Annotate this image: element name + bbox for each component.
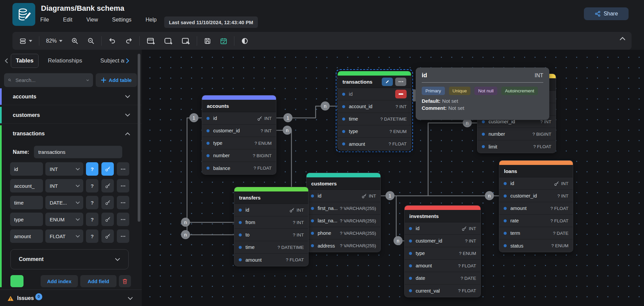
delete-table-button[interactable] [119, 275, 131, 287]
zoom-in-button[interactable] [69, 36, 81, 46]
issues-collapse-button[interactable] [128, 297, 133, 300]
table-field-row[interactable]: type? ENUM [202, 137, 276, 149]
delete-field-button[interactable] [395, 90, 407, 98]
table-field-row[interactable]: address? VARCHAR(255) [307, 239, 380, 252]
canvas-table-loans[interactable]: loans idINT customer_id? INT amount? FLO… [499, 161, 573, 252]
search-input[interactable] [15, 77, 83, 83]
add-index-button[interactable]: Add index [41, 275, 78, 287]
toolbar-collapse-button[interactable] [619, 37, 626, 41]
add-table-button[interactable]: Add table [96, 73, 137, 87]
table-field-row[interactable]: amount? FLOAT [405, 260, 480, 272]
table-field-row[interactable]: from? INT [234, 216, 308, 229]
primary-key-toggle[interactable] [101, 162, 114, 176]
zoom-level-dropdown[interactable]: 82% [44, 37, 64, 45]
table-name-input[interactable] [34, 146, 122, 158]
field-name-input[interactable] [10, 229, 43, 243]
nullable-toggle[interactable]: ? [86, 196, 98, 209]
field-type-select[interactable]: INT [45, 179, 83, 192]
table-field-row[interactable]: idINT [234, 204, 308, 216]
table-field-row[interactable]: time? DATETIME [338, 113, 411, 125]
sidebar-scrollbar[interactable] [138, 54, 140, 222]
tabs-scroll-right-button[interactable] [125, 58, 130, 63]
tab-relationships[interactable]: Relationships [43, 54, 87, 68]
table-field-row[interactable]: time? DATETIME [234, 241, 308, 254]
table-field-row[interactable]: type? ENUM [338, 125, 411, 138]
sidebar-item-transactions[interactable]: transactions [0, 125, 142, 142]
table-field-row[interactable]: number? BIGINT [202, 149, 276, 162]
menu-file[interactable]: File [40, 17, 49, 23]
primary-key-toggle[interactable] [101, 196, 114, 209]
menu-settings[interactable]: Settings [112, 17, 132, 23]
table-field-row[interactable]: to? INT [234, 229, 308, 241]
field-name-input[interactable] [10, 213, 43, 226]
field-more-button[interactable] [117, 196, 129, 209]
sidebar-item-customers[interactable]: customers [0, 107, 142, 124]
table-field-row[interactable]: amount? FLOAT [338, 138, 411, 150]
zoom-out-button[interactable] [85, 36, 97, 46]
table-field-row[interactable]: balance? FLOAT [202, 162, 276, 174]
table-field-row[interactable]: idINT [405, 222, 480, 235]
primary-key-toggle[interactable] [101, 179, 114, 192]
field-type-select[interactable]: ENUM [45, 213, 83, 226]
tabs-scroll-left-button[interactable] [4, 58, 9, 63]
autosave-button[interactable] [218, 36, 229, 46]
field-more-button[interactable] [117, 179, 129, 192]
add-field-button[interactable]: Add field [80, 275, 117, 287]
tab-tables[interactable]: Tables [11, 54, 39, 68]
table-field-row[interactable]: type? ENUM [405, 247, 480, 260]
table-field-row[interactable]: customer_id? INT [202, 125, 276, 137]
canvas-table-transactions[interactable]: transactions id account_id? INT time? DA… [338, 71, 411, 150]
table-field-row[interactable]: account_id? INT [338, 100, 411, 113]
table-field-row[interactable]: term? DATE [499, 227, 573, 239]
nullable-toggle[interactable]: ? [86, 162, 98, 176]
redo-button[interactable] [123, 36, 135, 46]
nullable-toggle[interactable]: ? [86, 229, 98, 243]
field-more-button[interactable] [117, 229, 129, 243]
canvas-table-investments[interactable]: investments idINT customer_id? INT type?… [405, 206, 480, 297]
table-field-row[interactable]: number? BIGINT [477, 128, 556, 140]
sidebar-item-accounts[interactable]: accounts [0, 88, 142, 105]
menu-edit[interactable]: Edit [63, 17, 73, 23]
table-field-row[interactable]: limit? FLOAT [477, 140, 556, 153]
table-field-row[interactable]: amount? FLOAT [234, 254, 308, 266]
canvas-table-accounts[interactable]: accounts idINT customer_id? INT type? EN… [202, 95, 276, 174]
nullable-toggle[interactable]: ? [86, 179, 98, 192]
add-table-tool[interactable] [144, 36, 157, 46]
field-name-input[interactable] [10, 179, 43, 192]
field-name-input[interactable] [10, 196, 43, 209]
table-color-swatch[interactable] [10, 275, 24, 287]
table-search[interactable] [4, 73, 93, 87]
table-field-row[interactable]: last_na...? VARCHAR(255) [307, 215, 380, 227]
nullable-toggle[interactable]: ? [86, 213, 98, 226]
save-button[interactable] [202, 36, 213, 46]
layout-button[interactable] [17, 36, 34, 46]
table-field-row[interactable]: id [338, 88, 411, 100]
menu-view[interactable]: View [86, 17, 98, 23]
table-field-row[interactable]: first_na...? VARCHAR(255) [307, 202, 380, 215]
chevron-up-icon[interactable] [125, 132, 130, 136]
table-field-row[interactable]: amount? FLOAT [499, 202, 573, 215]
table-field-row[interactable]: rate? FLOAT [499, 215, 573, 227]
issues-bar[interactable]: Issues 0 [0, 291, 142, 306]
undo-button[interactable] [106, 36, 118, 46]
primary-key-toggle[interactable] [101, 213, 114, 226]
field-name-input[interactable] [10, 162, 43, 176]
theme-button[interactable] [239, 36, 250, 46]
table-field-row[interactable]: date? DATE [405, 272, 480, 285]
chevron-down-icon[interactable] [125, 95, 130, 98]
field-more-button[interactable] [117, 213, 129, 226]
field-more-button[interactable] [117, 162, 129, 176]
table-more-button[interactable] [395, 78, 406, 86]
table-field-row[interactable]: customer_id? INT [405, 235, 480, 247]
menu-help[interactable]: Help [146, 17, 157, 23]
tab-subject-areas[interactable]: Subject ar [96, 54, 125, 68]
add-area-tool[interactable] [162, 36, 175, 46]
table-field-row[interactable]: phone? VARCHAR(255) [307, 227, 380, 239]
canvas-table-customers[interactable]: customers idINT first_na...? VARCHAR(255… [307, 173, 380, 252]
field-type-select[interactable]: INT [45, 162, 83, 176]
table-field-row[interactable]: idINT [499, 177, 573, 190]
share-button[interactable]: Share [584, 7, 629, 20]
table-field-row[interactable]: current_val? FLOAT [405, 285, 480, 297]
table-field-row[interactable]: idINT [202, 112, 276, 125]
field-type-select[interactable]: DATE... [45, 196, 83, 209]
